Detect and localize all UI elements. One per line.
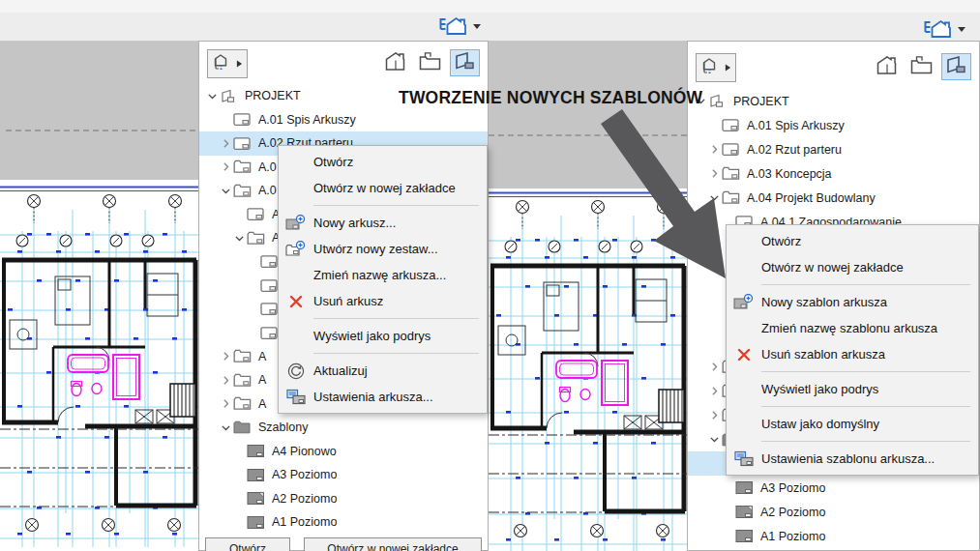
menu-item-ustawienia-szablonu-arkusza[interactable]: Ustawienia szablonu arkusza... (727, 446, 978, 472)
delete-icon (279, 294, 313, 309)
menu-item-wyświetl-jako-podrys[interactable]: Wyświetl jako podrys (279, 323, 487, 349)
menu-item-ustaw-jako-domyślny[interactable]: Ustaw jako domyślny (727, 411, 978, 437)
view-map-icon (419, 51, 441, 74)
toolbar-strip (0, 13, 980, 42)
view-toggle-view-map[interactable] (906, 53, 936, 80)
chevron-right-icon[interactable] (707, 385, 722, 397)
open-in-new-tab-button[interactable]: Otwórz w nowej zakładce (304, 537, 482, 551)
menu-item-ustawienia-arkusza[interactable]: Ustawienia arkusza... (279, 384, 487, 410)
new-layout-icon (279, 215, 313, 232)
chevron-down-icon[interactable] (205, 90, 220, 102)
menu-separator (313, 205, 479, 206)
master-icon (247, 468, 269, 482)
menu-item-wyświetl-jako-podrys[interactable]: Wyświetl jako podrys (727, 376, 978, 402)
subset-icon (233, 184, 255, 198)
navigator-chooser-icon (437, 14, 467, 37)
tree-flyout-button[interactable] (696, 53, 736, 82)
tree-item-a1-poziomo[interactable]: A1 Poziomo (688, 524, 979, 548)
chevron-right-icon[interactable] (707, 361, 722, 373)
flyout-arrow-icon (725, 59, 731, 76)
menu-item-usuń-szablon-arkusza[interactable]: Usuń szablon arkusza (727, 341, 978, 367)
menu-item-nowy-arkusz[interactable]: Nowy arkusz... (279, 210, 487, 236)
chevron-right-icon[interactable] (219, 374, 233, 387)
settings-icon (279, 389, 313, 405)
tree-flyout-button[interactable] (207, 49, 248, 78)
tree-item-label: A.01 Spis Arkuszy (747, 119, 845, 132)
menu-item-otwórz[interactable]: Otwórz (727, 228, 978, 254)
menu-item-otwórz[interactable]: Otwórz (279, 149, 487, 175)
tree-item-a-01-spis-arkuszy[interactable]: A.01 Spis Arkuszy (688, 113, 979, 137)
navigator-chooser-right[interactable] (922, 17, 966, 40)
layout-icon (722, 118, 744, 132)
chevron-right-icon[interactable] (707, 409, 722, 421)
menu-item-utwórz-nowy-zestaw[interactable]: Utwórz nowy zestaw... (279, 236, 487, 262)
chevron-down-icon[interactable] (707, 433, 722, 446)
chevron-right-icon[interactable] (219, 137, 233, 150)
dropdown-arrow-icon[interactable] (472, 22, 482, 30)
menu-item-nowy-szablon-arkusza[interactable]: Nowy szablon arkusza (727, 289, 978, 315)
tree-item-a1-poziomo[interactable]: A1 Poziomo (199, 510, 488, 535)
new-master-icon (727, 294, 761, 311)
chevron-right-icon[interactable] (219, 397, 233, 410)
tree-item-label: A2 Poziomo (272, 492, 337, 506)
tree-item-szablony[interactable]: Szablony (199, 416, 488, 440)
chevron-down-icon[interactable] (232, 232, 247, 245)
tree-item-a4-pionowo[interactable]: A4 Pionowo (199, 440, 488, 464)
tree-item-label: A (258, 373, 266, 387)
navigator-chooser-icon (922, 17, 952, 40)
layout-icon (247, 207, 269, 221)
menu-item-zmień-nazwę-szablonu-arkusza[interactable]: Zmień nazwę szablonu arkusza (727, 315, 978, 341)
menu-item-label: Wyświetl jako podrys (761, 382, 878, 396)
tree-item-label: A2 Poziomo (760, 506, 825, 519)
chevron-right-icon[interactable] (219, 350, 233, 362)
tree-item-a-04-projekt-budowlany[interactable]: A.04 Projekt Budowlany (688, 186, 979, 210)
map-switcher (380, 49, 480, 76)
menu-item-label: Wyświetl jako podrys (313, 329, 431, 343)
menu-item-label: Usuń szablon arkusza (761, 347, 885, 362)
view-toggle-project-map[interactable] (380, 49, 410, 76)
menu-item-label: Otwórz w nowej zakładce (761, 260, 904, 275)
subset-icon (247, 231, 269, 246)
tree-item-label: Szablony (258, 420, 308, 434)
flyout-arrow-icon (236, 55, 243, 72)
delete-icon (727, 347, 761, 362)
tree-item-a2-poziomo[interactable]: A2 Poziomo (688, 500, 979, 524)
tree-item-a2-poziomo[interactable]: A2 Poziomo (199, 487, 488, 511)
menu-separator (761, 284, 970, 285)
chevron-down-icon[interactable] (707, 191, 722, 204)
menu-item-otwórz-w-nowej-zakładce[interactable]: Otwórz w nowej zakładce (727, 254, 978, 280)
project-tree-icon (700, 57, 722, 79)
chevron-down-icon[interactable] (219, 421, 233, 434)
menu-item-usuń-arkusz[interactable]: Usuń arkusz (279, 288, 487, 314)
menu-item-zmień-nazwę-arkusza[interactable]: Zmień nazwę arkusza... (279, 262, 487, 288)
master-icon (735, 529, 757, 543)
chevron-right-icon[interactable] (707, 143, 722, 156)
screen: PROJEKTA.01 Spis ArkuszyA.02 Rzut parter… (0, 0, 980, 551)
layout-icon (233, 112, 255, 127)
menu-item-aktualizuj[interactable]: Aktualizuj (279, 358, 487, 384)
chevron-right-icon[interactable] (219, 160, 233, 173)
tree-item-label: A.02 Rzut parteru (747, 143, 842, 157)
tree-item-a-02-rzut-parteru[interactable]: A.02 Rzut parteru (688, 137, 979, 161)
master-folded-icon (735, 505, 757, 519)
tree-item-projekt[interactable]: PROJEKT (688, 89, 979, 113)
tree-item-a3-poziomo[interactable]: A3 Poziomo (688, 476, 979, 500)
view-toggle-view-map[interactable] (415, 49, 445, 76)
chevron-down-icon[interactable] (219, 185, 233, 197)
tree-item-a3-poziomo[interactable]: A3 Poziomo (199, 463, 488, 487)
chevron-right-icon[interactable] (707, 167, 722, 180)
view-toggle-project-map[interactable] (872, 53, 902, 80)
menu-item-otwórz-w-nowej-zakładce[interactable]: Otwórz w nowej zakładce (279, 175, 487, 201)
menu-item-label: Usuń arkusz (313, 294, 383, 308)
dropdown-arrow-icon[interactable] (957, 25, 966, 33)
open-button[interactable]: Otwórz (205, 537, 290, 551)
view-toggle-layout-book-tool[interactable] (450, 49, 480, 76)
view-toggle-layout-book-tool[interactable] (941, 53, 971, 80)
update-icon (279, 362, 313, 380)
tree-item-label: A3 Poziomo (272, 468, 337, 481)
tree-item-a-01-spis-arkuszy[interactable]: A.01 Spis Arkuszy (199, 108, 488, 132)
navigator-chooser-left[interactable] (437, 14, 482, 37)
tree-item-label: A.04 Projekt Budowlany (747, 191, 876, 205)
folder-icon (233, 420, 255, 434)
tree-item-a-03-koncepcja[interactable]: A.03 Koncepcja (688, 161, 979, 186)
